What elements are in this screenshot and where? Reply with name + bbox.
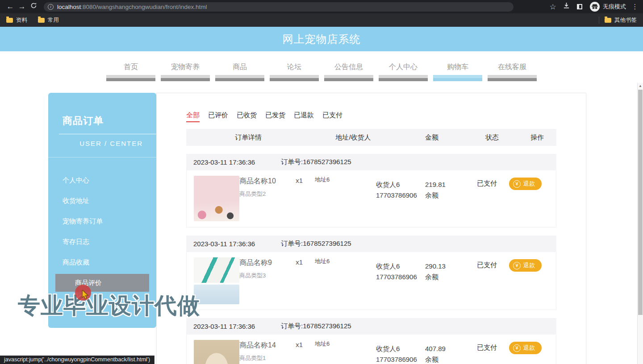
order-address: 地址6 bbox=[311, 176, 376, 222]
refund-label: 退款 bbox=[523, 344, 535, 352]
yen-icon: ¥ bbox=[513, 262, 521, 269]
sidebar-item-product-reviews[interactable]: 商品评价 bbox=[55, 274, 149, 292]
product-photo[interactable] bbox=[194, 340, 239, 364]
yen-icon: ¥ bbox=[513, 180, 521, 188]
order-receiver: 收货人6 17703786906 bbox=[376, 176, 425, 222]
nav-underline bbox=[270, 75, 319, 81]
bookmark-label: 资料 bbox=[16, 17, 27, 24]
order-address: 地址6 bbox=[311, 257, 376, 304]
receiver-name: 收货人6 bbox=[376, 179, 425, 190]
download-icon[interactable] bbox=[560, 2, 572, 11]
page-scrollbar[interactable]: ▲ bbox=[637, 83, 643, 364]
info-icon[interactable]: i bbox=[48, 4, 54, 10]
sidebar-item-shipping-address[interactable]: 收货地址 bbox=[48, 190, 156, 211]
refund-button[interactable]: ¥ 退款 bbox=[509, 259, 542, 272]
col-order-details: 订单详情 bbox=[186, 133, 310, 142]
main-nav: 首页 宠物寄养 商品 论坛 公告信息 个人中心 购物车 在线客服 bbox=[0, 51, 643, 85]
nav-label: 首页 bbox=[106, 62, 155, 72]
nav-label: 公告信息 bbox=[324, 62, 373, 72]
scrollbar-thumb[interactable] bbox=[638, 90, 643, 315]
refund-label: 退款 bbox=[523, 180, 535, 188]
sidebar-divider bbox=[59, 134, 156, 134]
order-action: ¥ 退款 bbox=[509, 340, 558, 364]
nav-underline bbox=[324, 75, 373, 81]
site-title: 网上宠物店系统 bbox=[0, 27, 643, 51]
nav-tab-customer-service[interactable]: 在线客服 bbox=[488, 62, 537, 85]
order-header: 2023-03-11 17:36:36 订单号:1678527396125 bbox=[186, 318, 556, 335]
sidebar-menu: 个人中心 收货地址 宠物寄养订单 寄存日志 商品收藏 商品评价 商品订单 bbox=[48, 170, 156, 318]
nav-tab-personal-center[interactable]: 个人中心 bbox=[379, 62, 428, 85]
sidebar-item-boarding-log[interactable]: 寄存日志 bbox=[48, 232, 156, 252]
order-date: 2023-03-11 17:36:36 bbox=[193, 323, 274, 330]
sidebar-item-product-favorites[interactable]: 商品收藏 bbox=[48, 252, 156, 273]
bookmark-folder-ziliao[interactable]: 资料 bbox=[6, 17, 27, 24]
nav-underline bbox=[433, 75, 482, 81]
other-bookmarks[interactable]: 其他书签 bbox=[605, 17, 637, 24]
product-photo[interactable] bbox=[194, 176, 239, 221]
product-quantity: x1 bbox=[296, 177, 303, 184]
col-status: 状态 bbox=[468, 133, 517, 142]
order-status: 已支付 bbox=[470, 257, 509, 304]
filter-tab-all[interactable]: 全部 bbox=[186, 111, 200, 122]
filter-tab-refunded[interactable]: 已退款 bbox=[294, 111, 314, 122]
nav-tab-cart[interactable]: 购物车 bbox=[433, 62, 482, 85]
product-image[interactable] bbox=[187, 176, 239, 222]
nav-label: 商品 bbox=[215, 62, 264, 72]
order-status: 已支付 bbox=[470, 176, 509, 222]
order-row: 2023-03-11 17:36:36 订单号:1678527396125 商品… bbox=[186, 318, 556, 364]
order-receiver: 收货人6 17703786906 bbox=[376, 340, 425, 364]
order-number: 订单号:1678527396125 bbox=[281, 322, 351, 331]
nav-tab-forum[interactable]: 论坛 bbox=[270, 62, 319, 85]
back-icon[interactable]: ← bbox=[4, 2, 16, 11]
product-image[interactable] bbox=[187, 257, 239, 304]
pay-method: 余额 bbox=[425, 354, 470, 364]
browser-toolbar: ← → i localhost:8080/wangshangchongwudia… bbox=[0, 0, 643, 13]
product-name[interactable]: 商品名称14 bbox=[239, 341, 276, 350]
bookmark-star-icon[interactable]: ☆ bbox=[547, 2, 559, 12]
sidebar-subtitle: USER / CENTER bbox=[48, 140, 156, 147]
nav-tab-home[interactable]: 首页 bbox=[106, 62, 155, 85]
browser-menu-icon[interactable]: ⋮ bbox=[630, 3, 639, 11]
filter-tab-reviewed[interactable]: 已评价 bbox=[208, 111, 228, 122]
refund-button[interactable]: ¥ 退款 bbox=[509, 178, 542, 190]
product-type: 商品类型1 bbox=[239, 354, 311, 362]
receiver-name: 收货人6 bbox=[376, 261, 425, 272]
sidebar-item-personal-center[interactable]: 个人中心 bbox=[48, 170, 156, 190]
nav-tab-announcements[interactable]: 公告信息 bbox=[324, 62, 373, 85]
nav-tab-pet-boarding[interactable]: 宠物寄养 bbox=[161, 62, 210, 85]
filter-tab-received[interactable]: 已收货 bbox=[237, 111, 257, 122]
order-number: 订单号:1678527396125 bbox=[281, 240, 351, 248]
nav-underline bbox=[488, 75, 537, 81]
nav-underline bbox=[215, 75, 264, 81]
order-date: 2023-03-11 17:36:36 bbox=[193, 158, 274, 166]
toolbar-right: ☆ 无痕模式 ⋮ bbox=[547, 2, 643, 12]
refresh-icon[interactable] bbox=[28, 2, 39, 11]
product-name[interactable]: 商品名称9 bbox=[239, 258, 272, 268]
filter-tab-shipped[interactable]: 已发货 bbox=[265, 111, 285, 122]
product-photo[interactable] bbox=[194, 285, 239, 304]
product-type: 商品类型3 bbox=[239, 272, 311, 280]
bookmark-folder-changyong[interactable]: 常用 bbox=[38, 17, 59, 24]
sidebar-item-boarding-orders[interactable]: 宠物寄养订单 bbox=[48, 211, 156, 232]
order-address: 地址6 bbox=[311, 340, 376, 364]
pay-method: 余额 bbox=[425, 272, 470, 282]
product-name[interactable]: 商品名称10 bbox=[239, 177, 276, 186]
refund-button[interactable]: ¥ 退款 bbox=[509, 342, 542, 354]
url-path: :8080/wangshangchongwudian/front/index.h… bbox=[81, 4, 207, 10]
address-bar[interactable]: i localhost:8080/wangshangchongwudian/fr… bbox=[44, 2, 514, 12]
product-photo[interactable] bbox=[194, 257, 239, 283]
nav-tab-products[interactable]: 商品 bbox=[215, 62, 264, 85]
order-amount: 290.13 余额 bbox=[425, 257, 470, 304]
tab-switcher-icon[interactable] bbox=[577, 4, 582, 9]
scroll-up-icon[interactable]: ▲ bbox=[638, 83, 643, 89]
filter-tab-paid[interactable]: 已支付 bbox=[322, 111, 342, 122]
sidebar-item-product-orders[interactable]: 商品订单 bbox=[48, 297, 156, 318]
order-number: 订单号:1678527396125 bbox=[281, 158, 351, 166]
nav-label: 宠物寄养 bbox=[161, 62, 210, 72]
yen-icon: ¥ bbox=[513, 344, 521, 352]
incognito-badge: 无痕模式 bbox=[590, 2, 626, 12]
pay-method: 余额 bbox=[425, 190, 470, 201]
col-action: 操作 bbox=[517, 133, 558, 142]
product-image[interactable] bbox=[187, 340, 239, 364]
forward-icon[interactable]: → bbox=[16, 2, 28, 11]
